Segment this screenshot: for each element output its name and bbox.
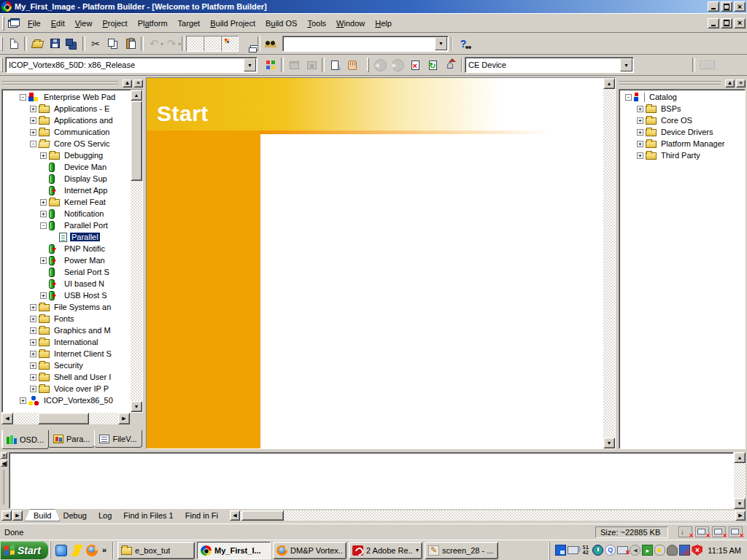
tree-item[interactable]: UI based N xyxy=(2,278,131,289)
tree-expander-icon[interactable]: + xyxy=(30,327,36,334)
toolbar-button[interactable] xyxy=(204,36,221,52)
menu-item[interactable]: Target xyxy=(173,17,206,30)
restore-button[interactable] xyxy=(721,1,732,12)
toolbar-button[interactable] xyxy=(63,36,81,52)
chevron-down-icon[interactable] xyxy=(435,37,447,50)
panel-collapse-button[interactable]: ▲ xyxy=(725,79,735,88)
tray-quicktime-icon[interactable] xyxy=(605,545,616,556)
scroll-up-icon[interactable] xyxy=(603,78,615,89)
toolbar-grip[interactable] xyxy=(1,36,3,51)
toolbar-button[interactable] xyxy=(104,36,122,52)
tree-item[interactable]: + BSPs xyxy=(619,103,745,114)
tray-vm-icon[interactable] xyxy=(642,545,653,556)
tree-item[interactable]: + Security xyxy=(2,359,131,371)
workspace-tab[interactable]: FileV... xyxy=(94,430,142,448)
tree-item[interactable]: + Internet Client S xyxy=(2,348,131,359)
tray-display-icon[interactable] xyxy=(555,545,566,556)
chevron-down-icon[interactable] xyxy=(244,58,256,71)
tree-expander-icon[interactable]: + xyxy=(30,106,36,112)
output-horizontal-scrollbar[interactable] xyxy=(230,510,746,521)
toolbar-button[interactable] xyxy=(285,57,303,73)
toolbar-button[interactable] xyxy=(262,57,279,73)
tree-expander-icon[interactable]: + xyxy=(30,316,36,322)
tree-expander-icon[interactable]: + xyxy=(40,152,47,159)
tree-item[interactable]: Internet App xyxy=(2,184,131,196)
menu-grip[interactable] xyxy=(2,16,4,31)
scroll-left-icon[interactable] xyxy=(230,510,240,521)
tree-expander-icon[interactable]: + xyxy=(30,117,36,124)
scroll-right-icon[interactable] xyxy=(118,413,130,424)
tree-expander-icon[interactable]: + xyxy=(40,257,47,264)
tree-expander-icon[interactable]: + xyxy=(40,199,47,206)
menu-item[interactable]: Help xyxy=(370,17,397,30)
panel-grip[interactable] xyxy=(1,81,118,85)
toolbar-button[interactable] xyxy=(262,36,279,52)
panel-close-button[interactable]: × xyxy=(133,79,143,88)
tree-expander-icon[interactable]: + xyxy=(30,362,36,369)
menu-item[interactable]: Platform xyxy=(133,17,173,30)
mdi-close-button[interactable]: × xyxy=(734,18,746,28)
toolbar-button[interactable] xyxy=(186,36,204,52)
output-close-button[interactable]: × xyxy=(1,452,7,459)
tree-expander-icon[interactable]: + xyxy=(30,374,36,381)
taskbar-clock[interactable]: 11:15 AM xyxy=(708,546,741,555)
tree-item[interactable]: Serial Port S xyxy=(2,266,131,278)
tree-expander-icon[interactable]: + xyxy=(40,211,47,217)
tree-item[interactable]: + Debugging xyxy=(2,149,131,161)
tree-item[interactable]: + File Systems an xyxy=(2,301,131,313)
workspace-horizontal-scrollbar[interactable] xyxy=(1,413,130,424)
build-config-combobox[interactable]: ICOP_Vortex86_50D: x86_Release xyxy=(5,57,258,73)
build-output[interactable] xyxy=(9,452,734,509)
tree-item[interactable]: + ICOP_Vortex86_50 xyxy=(2,394,131,406)
tab-scroll-right-icon[interactable] xyxy=(12,510,23,521)
output-tab[interactable]: Find in Files 1 xyxy=(115,509,182,521)
tree-item[interactable]: + Platform Manager xyxy=(619,138,745,149)
close-button[interactable]: × xyxy=(734,1,746,12)
toolbar-button[interactable] xyxy=(145,36,163,52)
tree-expander-icon[interactable]: + xyxy=(637,106,643,112)
scroll-left-icon[interactable] xyxy=(1,413,13,424)
tree-expander-icon[interactable]: + xyxy=(30,304,36,311)
tray-shield-icon[interactable] xyxy=(692,545,703,556)
tray-audio-icon[interactable] xyxy=(568,546,578,554)
tree-item[interactable]: + International xyxy=(2,336,131,348)
scroll-down-icon[interactable] xyxy=(131,401,142,412)
tree-expander-icon[interactable]: + xyxy=(637,117,643,124)
tree-item[interactable]: - Catalog xyxy=(619,91,745,103)
tree-item[interactable]: + Device Drivers xyxy=(619,126,745,138)
tray-mouse-icon[interactable] xyxy=(654,545,665,556)
toolbar-grip[interactable] xyxy=(1,58,3,72)
toolbar-button[interactable] xyxy=(46,36,63,52)
tree-expander-icon[interactable]: + xyxy=(30,351,36,357)
tray-temps-icon[interactable]: 51 42 xyxy=(580,545,591,556)
menu-item[interactable]: Project xyxy=(97,17,132,30)
menu-item[interactable]: Window xyxy=(331,17,370,30)
toolbar-button[interactable] xyxy=(221,36,239,52)
toolbar-button[interactable] xyxy=(389,57,406,73)
tray-clock-icon[interactable] xyxy=(592,545,603,556)
toolbar-button[interactable] xyxy=(697,57,719,73)
tree-item[interactable]: + USB Host S xyxy=(2,289,131,301)
tree-expander-icon[interactable]: - xyxy=(625,94,632,101)
mdi-document-icon[interactable] xyxy=(8,18,20,28)
menu-item[interactable]: File xyxy=(23,17,46,30)
tray-graphics-icon[interactable] xyxy=(679,545,690,556)
tab-scroll-left-icon[interactable] xyxy=(1,510,12,521)
chevron-down-icon[interactable] xyxy=(620,58,632,71)
tree-item[interactable]: + Shell and User I xyxy=(2,371,131,383)
tree-expander-icon[interactable]: + xyxy=(637,129,643,136)
toolbar-button[interactable] xyxy=(344,57,361,73)
tree-item[interactable]: + Applications and xyxy=(2,114,131,126)
tray-net-x-icon[interactable] xyxy=(617,546,628,554)
minimize-button[interactable] xyxy=(708,1,719,12)
toolbar-button[interactable] xyxy=(638,57,656,73)
output-tab[interactable]: Debug xyxy=(54,509,95,521)
start-page-scrollbar[interactable] xyxy=(603,78,615,448)
tree-expander-icon[interactable]: + xyxy=(637,152,643,159)
launch-messenger-icon[interactable] xyxy=(55,545,67,556)
toolbar-button[interactable] xyxy=(441,57,459,73)
toolbar-button[interactable] xyxy=(673,57,691,73)
workspace-tab[interactable]: OSD... xyxy=(1,430,49,449)
menu-item[interactable]: View xyxy=(70,17,98,30)
tree-expander-icon[interactable]: - xyxy=(20,94,26,101)
